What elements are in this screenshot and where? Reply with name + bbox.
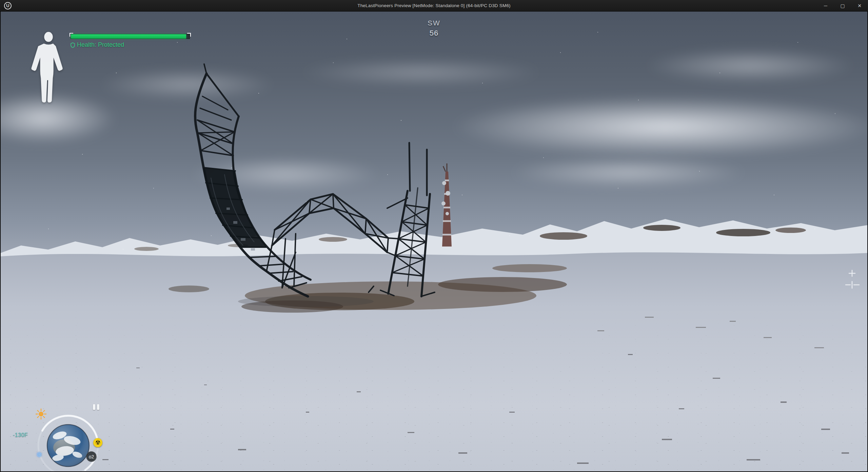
window-controls: ─ ▢ ✕ xyxy=(817,0,868,12)
window-title-bar[interactable]: U TheLastPioneers Preview [NetMode: Stan… xyxy=(0,0,868,12)
radiation-icon: ☢ xyxy=(93,438,102,447)
health-bar xyxy=(71,34,190,39)
health-status: Health: Protected xyxy=(71,41,190,48)
minimap-cluster: -130F ❅ ☢ o2 xyxy=(1,378,123,471)
sun-icon xyxy=(35,408,47,420)
unreal-logo-icon[interactable]: U xyxy=(4,2,12,9)
minimap-globe[interactable] xyxy=(44,422,92,469)
close-button[interactable]: ✕ xyxy=(851,0,868,12)
gizmo-crosshair-icon[interactable] xyxy=(828,265,865,302)
wrecked-radar-structure xyxy=(170,62,509,320)
snow-texture xyxy=(1,303,867,471)
radio-mast xyxy=(441,163,452,247)
snowflake-icon: ❅ xyxy=(36,450,42,459)
window-title: TheLastPioneers Preview [NetMode: Standa… xyxy=(0,3,868,8)
maximize-button[interactable]: ▢ xyxy=(834,0,851,12)
health-bar-fill xyxy=(71,34,186,39)
app-window: U TheLastPioneers Preview [NetMode: Stan… xyxy=(0,0,868,472)
meter-bars-icon xyxy=(93,404,99,410)
temperature-readout: -130F xyxy=(13,432,28,438)
minimize-button[interactable]: ─ xyxy=(817,0,834,12)
shield-icon xyxy=(71,42,75,48)
player-body-icon xyxy=(31,31,67,109)
snowfall-particles xyxy=(1,12,1,12)
health-hud: Health: Protected xyxy=(71,34,190,48)
health-status-label: Health: Protected xyxy=(77,41,124,48)
game-viewport[interactable]: SW 56 Health: Protected xyxy=(1,12,867,471)
oxygen-badge: o2 xyxy=(86,451,97,462)
compass-heading: SW xyxy=(1,19,867,27)
